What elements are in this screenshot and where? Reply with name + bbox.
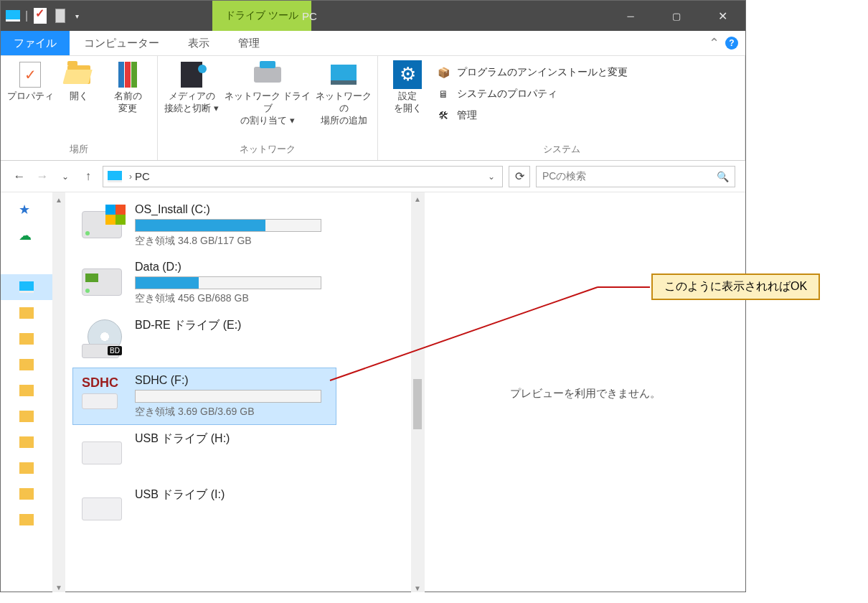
rename-button[interactable]: 名前の 変更 — [104, 60, 151, 115]
nav-folder-8[interactable] — [1, 481, 52, 507]
list-scroll-up-icon[interactable]: ▲ — [411, 192, 424, 205]
hdd-icon — [82, 268, 122, 296]
uninstall-icon: 📦 — [435, 65, 451, 80]
search-input[interactable]: PCの検索 🔍 — [536, 166, 735, 187]
drive-item[interactable]: Data (D:) 空き領域 456 GB/688 GB — [72, 254, 336, 312]
nav-scroll-down-icon[interactable]: ▼ — [52, 580, 65, 592]
drive-item[interactable]: SDHC SDHC (F:) 空き領域 3.69 GB/3.69 GB — [72, 368, 336, 425]
drive-name: USB ドライブ (I:) — [135, 487, 329, 502]
search-icon: 🔍 — [717, 171, 729, 182]
minimize-button[interactable]: ─ — [608, 1, 654, 31]
folder-icon — [19, 333, 34, 345]
add-network-location-button[interactable]: ネットワークの 場所の追加 — [316, 60, 372, 127]
chevron-right-icon: › — [129, 172, 132, 182]
drive-item[interactable]: OS_Install (C:) 空き領域 34.8 GB/117 GB — [72, 197, 336, 254]
open-button[interactable]: 開く — [55, 60, 103, 103]
ribbon-collapse-icon[interactable]: ⌃ — [709, 35, 720, 51]
open-settings-button[interactable]: ⚙ 設定 を開く — [384, 60, 431, 140]
nav-folder-5[interactable] — [1, 403, 52, 429]
address-pc-icon — [108, 171, 122, 182]
drive-item[interactable]: BD BD-RE ドライブ (E:) — [72, 312, 336, 368]
list-scrollbar[interactable]: ▲ ▼ — [411, 192, 424, 592]
folder-icon — [19, 359, 34, 370]
media-connect-button[interactable]: メディアの 接続と切断 ▾ — [164, 60, 220, 115]
nav-scrollbar[interactable]: ▲ ▼ — [52, 192, 65, 592]
address-toolbar: ← → ⌄ ↑ › PC ⌄ ⟳ PCの検索 🔍 — [1, 161, 745, 192]
folder-icon — [19, 514, 34, 525]
annotation-callout: このように表示されればOK — [651, 274, 820, 300]
media-label: メディアの 接続と切断 ▾ — [164, 90, 219, 115]
back-button[interactable]: ← — [11, 168, 28, 185]
window-controls: ─ ▢ ✕ — [608, 1, 745, 31]
drive-item[interactable]: USB ドライブ (I:) — [72, 481, 336, 537]
close-button[interactable]: ✕ — [699, 1, 745, 31]
up-button[interactable]: ↑ — [80, 168, 97, 185]
nav-quick-access[interactable]: ★ — [1, 197, 52, 223]
nav-scroll-up-icon[interactable]: ▲ — [52, 192, 65, 207]
recent-locations-button[interactable]: ⌄ — [57, 168, 74, 185]
quick-access-toolbar: | ▾ — [1, 8, 86, 24]
address-dropdown-icon[interactable]: ⌄ — [485, 172, 498, 182]
drive-name: SDHC (F:) — [135, 374, 329, 387]
tab-file[interactable]: ファイル — [1, 31, 70, 55]
cloud-icon: ☁ — [19, 228, 34, 243]
drive-name: OS_Install (C:) — [135, 203, 329, 216]
title-bar: | ▾ ドライブ ツール PC ─ ▢ ✕ — [1, 1, 745, 31]
list-scroll-thumb[interactable] — [413, 379, 422, 429]
rename-icon — [118, 62, 137, 88]
open-settings-label: 設定 を開く — [394, 90, 422, 115]
nav-folder-1[interactable] — [1, 300, 52, 326]
folder-icon — [19, 385, 34, 396]
capacity-bar — [135, 219, 321, 232]
navigation-pane[interactable]: ★ ☁ ▲ ▼ — [1, 192, 65, 592]
nav-folder-7[interactable] — [1, 455, 52, 481]
nav-onedrive[interactable]: ☁ — [1, 223, 52, 248]
drive-caption: 空き領域 34.8 GB/117 GB — [135, 235, 329, 248]
drive-item[interactable]: USB ドライブ (H:) — [72, 425, 336, 481]
tab-manage[interactable]: 管理 — [224, 31, 274, 55]
sys-properties-label: システムのプロパティ — [457, 88, 557, 100]
map-network-drive-button[interactable]: ネットワーク ドライブ の割り当て ▾ — [221, 60, 314, 127]
nav-folder-6[interactable] — [1, 429, 52, 455]
manage-button[interactable]: 🛠 管理 — [433, 105, 631, 126]
nav-folder-3[interactable] — [1, 352, 52, 378]
capacity-bar — [135, 390, 321, 403]
refresh-button[interactable]: ⟳ — [509, 166, 530, 187]
uninstall-programs-button[interactable]: 📦 プログラムのアンインストールと変更 — [433, 62, 631, 83]
usb-drive-icon — [82, 497, 122, 520]
sdhc-icon: SDHC — [82, 375, 122, 416]
window-title: PC — [302, 1, 317, 31]
preview-pane: プレビューを利用できません。 — [424, 192, 745, 592]
add-location-label: ネットワークの 場所の追加 — [316, 90, 372, 127]
tab-view[interactable]: 表示 — [174, 31, 224, 55]
nav-folder-4[interactable] — [1, 378, 52, 403]
maximize-button[interactable]: ▢ — [654, 1, 699, 31]
open-folder-icon — [67, 65, 90, 84]
help-icon[interactable]: ? — [725, 37, 738, 50]
ribbon: ✓ プロパティ 開く 名前の 変更 場所 メディアの 接続と切断 ▾ — [1, 56, 745, 161]
nav-folder-2[interactable] — [1, 326, 52, 352]
qat-new-icon[interactable] — [52, 8, 68, 24]
qat-properties-icon[interactable] — [32, 8, 48, 24]
context-tab-drive-tools[interactable]: ドライブ ツール — [212, 1, 311, 31]
properties-icon: ✓ — [19, 62, 41, 88]
monitor-icon — [19, 281, 34, 293]
main-content: ★ ☁ ▲ ▼ ▲ — [1, 192, 745, 592]
nav-folder-9[interactable] — [1, 507, 52, 533]
ribbon-group-network: メディアの 接続と切断 ▾ ネットワーク ドライブ の割り当て ▾ ネットワーク… — [158, 56, 378, 160]
folder-icon — [19, 411, 34, 422]
drive-caption: 空き領域 3.69 GB/3.69 GB — [135, 406, 329, 419]
tab-computer[interactable]: コンピューター — [70, 31, 174, 55]
nav-this-pc[interactable] — [1, 274, 52, 300]
address-bar[interactable]: › PC ⌄ — [103, 166, 503, 187]
system-properties-button[interactable]: 🖥 システムのプロパティ — [433, 83, 631, 105]
properties-button[interactable]: ✓ プロパティ — [6, 60, 54, 103]
ribbon-group-system: ⚙ 設定 を開く 📦 プログラムのアンインストールと変更 🖥 システムのプロパテ… — [378, 56, 745, 160]
folder-icon — [19, 436, 34, 448]
qat-customize-icon[interactable]: ▾ — [72, 12, 82, 20]
annotation-text: このように表示されればOK — [664, 280, 807, 292]
items-list[interactable]: ▲ ▼ OS_Install (C:) 空き領域 34.8 GB/117 GB … — [65, 192, 424, 592]
list-scroll-down-icon[interactable]: ▼ — [411, 581, 424, 592]
qat-separator: | — [25, 9, 28, 22]
group-label-system: システム — [384, 140, 739, 160]
